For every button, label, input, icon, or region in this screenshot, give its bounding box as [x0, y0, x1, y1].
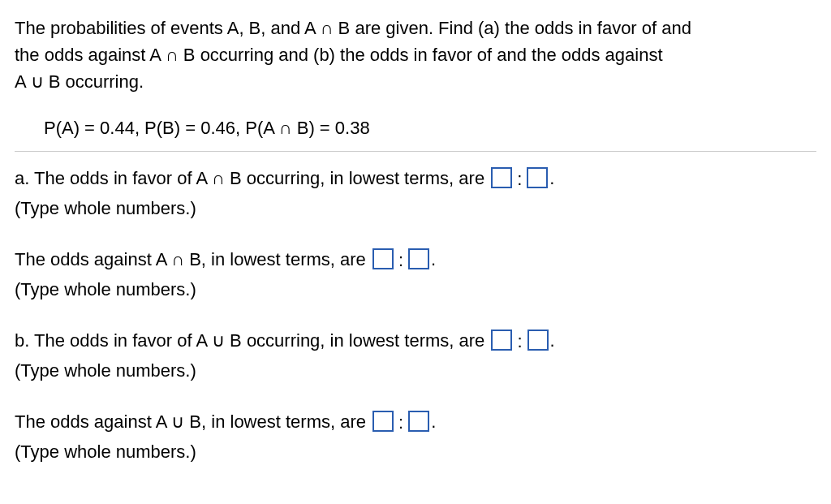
- answer-input-a1-left[interactable]: [491, 167, 512, 188]
- answer-input-b1-left[interactable]: [491, 330, 512, 351]
- problem-line-3: A ∪ B occurring.: [15, 68, 816, 95]
- problem-line-2: the odds against A ∩ B occurring and (b)…: [15, 41, 816, 68]
- answer-input-a2-left[interactable]: [372, 248, 394, 269]
- colon: :: [517, 326, 522, 356]
- answer-input-a2-right[interactable]: [408, 248, 429, 269]
- hint-a2: (Type whole numbers.): [15, 279, 196, 299]
- answer-input-a1-right[interactable]: [527, 167, 548, 188]
- question-a2-after: .: [431, 249, 436, 269]
- problem-line-1: The probabilities of events A, B, and A …: [15, 15, 816, 41]
- question-b2-after: .: [431, 411, 436, 432]
- question-b1-text: b. The odds in favor of A ∪ B occurring,…: [15, 330, 489, 351]
- colon: :: [398, 245, 403, 275]
- colon: :: [398, 407, 403, 437]
- question-b2: The odds against A ∪ B, in lowest terms,…: [15, 407, 816, 465]
- question-a1-text: a. The odds in favor of A ∩ B occurring,…: [15, 168, 489, 188]
- given-values: P(A) = 0.44, P(B) = 0.46, P(A ∩ B) = 0.3…: [15, 114, 816, 141]
- hint-a1: (Type whole numbers.): [15, 198, 196, 218]
- colon: :: [517, 164, 522, 194]
- question-a1-after: .: [549, 168, 554, 188]
- divider: [15, 151, 816, 152]
- question-b1-after: .: [550, 330, 555, 351]
- question-b2-text: The odds against A ∪ B, in lowest terms,…: [15, 411, 371, 432]
- hint-b1: (Type whole numbers.): [15, 360, 196, 381]
- hint-b2: (Type whole numbers.): [15, 442, 196, 462]
- answer-input-b2-right[interactable]: [408, 411, 429, 432]
- question-a1: a. The odds in favor of A ∩ B occurring,…: [15, 163, 816, 222]
- question-b1: b. The odds in favor of A ∪ B occurring,…: [15, 325, 816, 384]
- question-a2-text: The odds against A ∩ B, in lowest terms,…: [15, 249, 371, 269]
- answer-input-b2-left[interactable]: [372, 411, 394, 432]
- question-a2: The odds against A ∩ B, in lowest terms,…: [15, 244, 816, 303]
- problem-statement: The probabilities of events A, B, and A …: [15, 15, 816, 95]
- answer-input-b1-right[interactable]: [527, 330, 549, 351]
